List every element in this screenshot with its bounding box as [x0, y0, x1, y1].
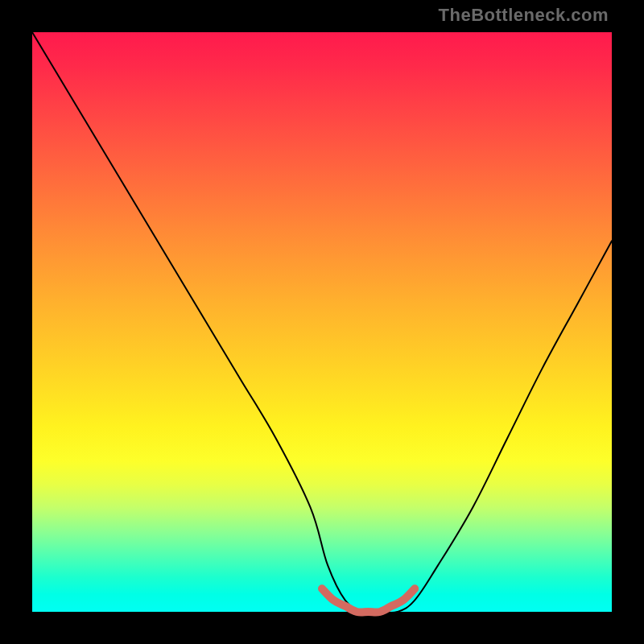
- valley-highlight: [322, 588, 415, 612]
- curve-layer: [32, 32, 612, 612]
- chart-frame: TheBottleneck.com: [0, 0, 644, 644]
- bottleneck-curve: [32, 32, 612, 613]
- watermark-text: TheBottleneck.com: [439, 5, 609, 26]
- plot-area: [32, 32, 612, 612]
